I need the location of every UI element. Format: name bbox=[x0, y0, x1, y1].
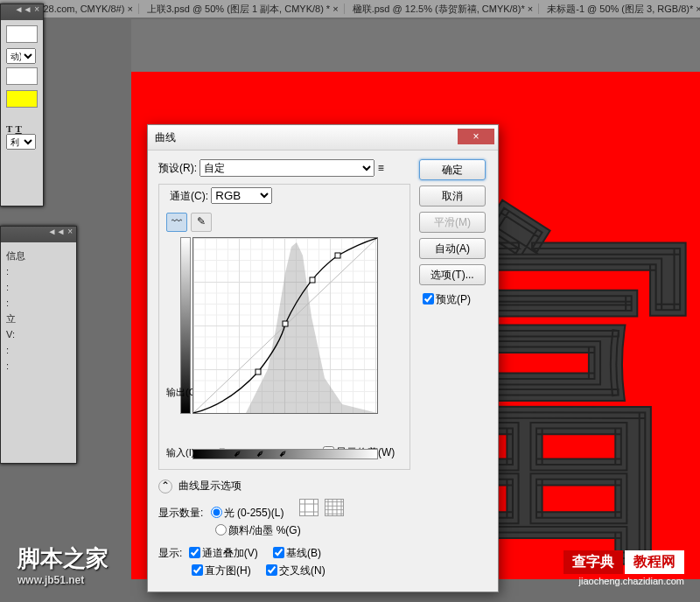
info-title: 信息 bbox=[6, 248, 71, 263]
aa-select[interactable]: 利 bbox=[6, 134, 36, 150]
info-l6: : bbox=[6, 342, 71, 358]
color-swatch-yellow[interactable] bbox=[6, 90, 38, 108]
info-l3: : bbox=[6, 295, 71, 311]
auto-button[interactable]: 自动(A) bbox=[419, 238, 486, 259]
underline-button[interactable]: T bbox=[15, 123, 21, 134]
color-swatch-white-2[interactable] bbox=[6, 67, 38, 85]
curve-editor[interactable]: 输出(O): bbox=[192, 237, 402, 438]
preview-label: 预览(P) bbox=[436, 293, 471, 305]
curve-tool-icon[interactable]: 〰 bbox=[166, 213, 187, 232]
info-l5: V: bbox=[6, 326, 71, 342]
pencil-tool-icon[interactable]: ✎ bbox=[191, 213, 212, 232]
svg-rect-4 bbox=[335, 253, 340, 258]
show-amount-label: 显示数量: bbox=[158, 507, 203, 519]
cancel-button[interactable]: 取消 bbox=[419, 186, 486, 206]
show-label: 显示: bbox=[158, 547, 182, 559]
expand-toggle-icon[interactable]: ⌃ bbox=[158, 480, 172, 494]
document-tabs[interactable]: ww.sc128.com, CMYK/8#) × 上联3.psd @ 50% (… bbox=[0, 0, 700, 18]
watermark-right: 查字典教程网 jiaocheng.chazidian.com bbox=[562, 550, 684, 586]
channel-label: 通道(C): bbox=[170, 190, 208, 202]
baseline-checkbox[interactable] bbox=[273, 547, 284, 558]
baseline-label: 基线(B) bbox=[286, 547, 321, 559]
curve-line[interactable] bbox=[193, 238, 377, 413]
tab-4[interactable]: 未标题-1 @ 50% (图层 3, RGB/8)* × bbox=[542, 4, 700, 14]
info-l1: : bbox=[6, 263, 71, 279]
svg-rect-3 bbox=[310, 277, 315, 283]
info-panel: ◄◄ × 信息 : : : 立 V: : : bbox=[0, 226, 77, 464]
light-label: 光 (0-255)(L) bbox=[224, 507, 284, 519]
preview-checkbox[interactable] bbox=[423, 293, 434, 304]
ink-radio[interactable] bbox=[215, 524, 227, 536]
channel-overlay-checkbox[interactable] bbox=[189, 547, 200, 558]
color-swatch-white[interactable] bbox=[6, 25, 38, 43]
histogram-label: 直方图(H) bbox=[205, 564, 251, 577]
ink-label: 颜料/油墨 %(G) bbox=[228, 524, 301, 536]
light-radio[interactable] bbox=[211, 507, 222, 518]
preset-label: 预设(R): bbox=[158, 162, 197, 174]
preset-menu-icon[interactable]: ≡ bbox=[378, 162, 384, 174]
character-panel: ◄◄ × 动) T T 利 bbox=[0, 4, 44, 206]
channel-overlay-label: 通道叠加(V) bbox=[202, 547, 258, 559]
input-label: 输入(I): bbox=[166, 446, 197, 459]
intersection-label: 交叉线(N) bbox=[279, 564, 326, 577]
dialog-titlebar[interactable]: 曲线 × bbox=[148, 125, 498, 150]
svg-rect-1 bbox=[256, 369, 261, 374]
display-options-label: 曲线显示选项 bbox=[178, 480, 242, 492]
grid-simple-button[interactable] bbox=[299, 499, 318, 516]
info-l4: 立 bbox=[6, 311, 71, 326]
bold-button[interactable]: T bbox=[6, 123, 12, 134]
histogram-checkbox[interactable] bbox=[192, 564, 203, 576]
info-panel-header[interactable]: ◄◄ × bbox=[1, 227, 76, 242]
close-button[interactable]: × bbox=[458, 129, 494, 144]
tab-3[interactable]: 楹联.psd @ 12.5% (恭贺新禧, CMYK/8)* × bbox=[347, 4, 539, 14]
opt-select[interactable]: 动) bbox=[6, 48, 36, 64]
panel-header[interactable]: ◄◄ × bbox=[1, 4, 43, 20]
watermark-left: 脚本之家 www.jb51.net bbox=[18, 543, 108, 586]
curves-dialog: 曲线 × 预设(R): 自定 ≡ 通道(C): RGB 〰 ✎ 输出(O): bbox=[147, 124, 499, 592]
intersection-checkbox[interactable] bbox=[266, 564, 277, 576]
dialog-title: 曲线 bbox=[155, 131, 176, 144]
preset-select[interactable]: 自定 bbox=[200, 159, 374, 177]
channel-select[interactable]: RGB bbox=[211, 187, 272, 204]
svg-rect-2 bbox=[283, 321, 288, 326]
ok-button[interactable]: 确定 bbox=[419, 159, 486, 180]
tab-2[interactable]: 上联3.psd @ 50% (图层 1 副本, CMYK/8) * × bbox=[142, 4, 345, 14]
smooth-button: 平滑(M) bbox=[419, 212, 486, 233]
info-l7: : bbox=[6, 358, 71, 374]
grid-detailed-button[interactable] bbox=[325, 499, 344, 516]
options-button[interactable]: 选项(T)... bbox=[419, 264, 486, 285]
info-l2: : bbox=[6, 279, 71, 295]
